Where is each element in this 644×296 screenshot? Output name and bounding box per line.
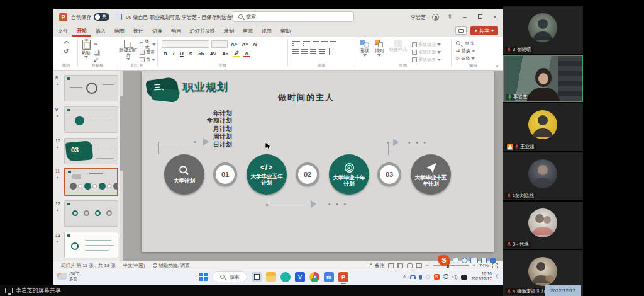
blue-v-app-icon[interactable]: V: [295, 272, 305, 282]
reset-button[interactable]: 重置: [140, 48, 156, 55]
milestone-circle-university[interactable]: 大学计划: [164, 154, 204, 195]
participant-tile[interactable]: 3-崔晓晴: [503, 6, 583, 54]
sogou-input-toolbar[interactable]: S: [438, 254, 496, 266]
weather-widget[interactable]: -36°C 多云: [57, 271, 80, 281]
file-explorer-icon[interactable]: [266, 272, 276, 282]
slide-sorter-view-icon[interactable]: [397, 263, 403, 268]
sogou-tray-icon[interactable]: S: [434, 274, 440, 280]
tab-transitions[interactable]: 切换: [148, 25, 167, 37]
bold-button[interactable]: B: [162, 51, 169, 57]
italic-button[interactable]: I: [172, 51, 175, 57]
new-slide-button[interactable]: 新建幻灯片: [119, 40, 137, 63]
milestone-number-01[interactable]: 01: [213, 162, 237, 186]
user-avatar-icon[interactable]: [432, 14, 439, 21]
numbering-icon[interactable]: [303, 41, 310, 46]
justify-icon[interactable]: [319, 49, 325, 54]
tab-file[interactable]: 文件: [53, 25, 72, 37]
quick-styles-button[interactable]: 快速样式: [389, 40, 408, 63]
slide-thumbnail-panel[interactable]: 8 ✶ 9 ✶ 10 ✶ 03: [53, 71, 123, 261]
headset-icon[interactable]: [410, 275, 416, 279]
slideshow-view-icon[interactable]: [416, 263, 422, 268]
milestone-circle-10yr[interactable]: 大学毕业十年计划: [329, 154, 369, 195]
camera-icon[interactable]: [461, 275, 467, 280]
ime-toolbox-icon[interactable]: [490, 258, 496, 263]
tab-insert[interactable]: 插入: [91, 25, 110, 37]
pen-icon[interactable]: ✎: [444, 12, 455, 23]
tab-home[interactable]: 开始: [72, 25, 91, 37]
font-size-select[interactable]: [211, 40, 228, 48]
notes-button[interactable]: ≜ 备注: [369, 262, 385, 269]
highlight-color-icon[interactable]: 🖊: [233, 50, 240, 57]
user-name[interactable]: 李岩芝: [411, 14, 426, 21]
underline-button[interactable]: U: [179, 51, 185, 57]
redo-icon[interactable]: ↺: [64, 48, 69, 55]
comments-button[interactable]: [455, 26, 467, 35]
participant-tile-speaking[interactable]: 李岩芝: [503, 55, 583, 102]
tab-review[interactable]: 审阅: [238, 25, 257, 37]
ime-skin-icon[interactable]: [481, 258, 487, 263]
ime-mic-icon[interactable]: [462, 258, 467, 263]
cut-icon[interactable]: ✂: [94, 41, 99, 48]
bullets-icon[interactable]: [292, 41, 300, 46]
align-center-icon[interactable]: [301, 49, 308, 54]
milestone-number-03[interactable]: 03: [377, 162, 401, 186]
taskbar-clock[interactable]: 16:10 2022/12/17: [471, 271, 492, 282]
tab-record[interactable]: 录制: [219, 25, 238, 37]
blue-m-app-icon[interactable]: m: [324, 272, 334, 282]
tab-design[interactable]: 设计: [129, 25, 148, 37]
participant-tile[interactable]: 1彭刘欣然: [503, 152, 583, 200]
wifi-icon[interactable]: [443, 274, 448, 279]
font-name-select[interactable]: [162, 40, 209, 48]
share-button[interactable]: 共享: [470, 26, 498, 35]
slide-title[interactable]: 做时间的主人: [250, 92, 363, 103]
milestone-circle-5yr[interactable]: </> 大学毕业五年计划: [247, 154, 287, 195]
start-button[interactable]: [199, 273, 208, 281]
zoom-out-button[interactable]: −: [426, 263, 428, 268]
chrome-icon[interactable]: [309, 272, 319, 282]
microphone-icon[interactable]: [419, 275, 422, 280]
grayed-status-icon[interactable]: [426, 275, 430, 279]
decrease-font-icon[interactable]: A˅: [240, 42, 249, 47]
ime-keyboard-icon[interactable]: [470, 258, 478, 263]
participant-tile[interactable]: 王业超: [503, 103, 583, 151]
shape-fill-button[interactable]: 形状填充: [412, 41, 441, 48]
change-case-icon[interactable]: Aa: [221, 51, 230, 57]
align-left-icon[interactable]: [292, 49, 299, 54]
font-color-icon[interactable]: A: [243, 50, 250, 57]
find-button[interactable]: 查找: [456, 40, 492, 47]
char-spacing-icon[interactable]: AV: [208, 51, 218, 57]
decrease-indent-icon[interactable]: [313, 41, 319, 46]
strikethrough-button[interactable]: S: [188, 51, 194, 57]
shape-effects-button[interactable]: 形状效果: [412, 56, 441, 63]
tab-view[interactable]: 视图: [257, 25, 276, 37]
taskbar-search[interactable]: 搜索: [212, 271, 247, 282]
tab-help[interactable]: 帮助: [276, 25, 295, 37]
align-right-icon[interactable]: [310, 49, 316, 54]
paste-button[interactable]: 粘贴: [82, 40, 91, 64]
task-view-button[interactable]: [252, 272, 262, 282]
participant-tile[interactable]: 3 - 代瑶: [503, 202, 583, 249]
slide-thumbnail-selected[interactable]: [64, 168, 118, 196]
notification-moon-icon[interactable]: ☾: [496, 273, 501, 280]
minimize-button[interactable]: ─: [460, 14, 469, 20]
slide-thumbnail[interactable]: [64, 200, 118, 227]
accessibility-status[interactable]: 辅助功能: 调查: [153, 263, 190, 269]
powerpoint-taskbar-icon[interactable]: P: [338, 272, 348, 282]
volume-icon[interactable]: ◁): [452, 274, 458, 280]
normal-view-icon[interactable]: [388, 263, 394, 268]
layout-button[interactable]: 版式: [140, 41, 156, 48]
milestone-number-02[interactable]: 02: [296, 162, 319, 186]
document-title[interactable]: 00-做自己-职业规划可见-李岩芝 • 已保存到这台电脑: [126, 14, 242, 21]
reading-view-icon[interactable]: [407, 263, 413, 268]
tab-slideshow[interactable]: 幻灯片放映: [186, 25, 219, 37]
tab-draw[interactable]: 绘图: [110, 25, 129, 37]
line-spacing-icon[interactable]: [330, 41, 336, 46]
increase-font-icon[interactable]: A˄: [230, 42, 238, 47]
replace-button[interactable]: ⇄替换: [456, 47, 492, 54]
slide-thumbnail[interactable]: [64, 75, 118, 101]
teal-app-icon[interactable]: [280, 272, 291, 282]
sogou-logo-icon[interactable]: S: [438, 254, 450, 266]
shapes-button[interactable]: 形状: [360, 40, 370, 63]
autosave-toggle[interactable]: 关: [94, 13, 109, 21]
ime-pen-icon[interactable]: [453, 258, 458, 263]
